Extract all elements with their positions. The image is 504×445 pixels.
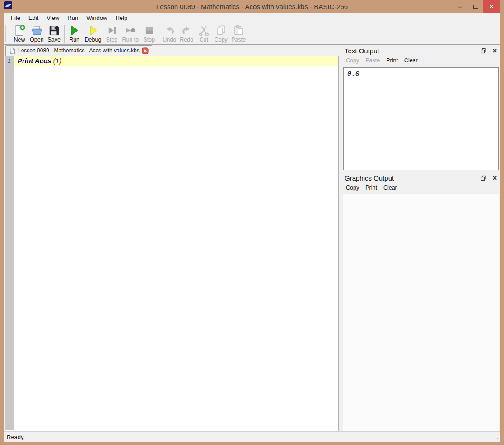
new-file-icon [14,24,26,37]
step-icon [106,24,118,37]
menu-edit[interactable]: Edit [24,14,42,22]
save-floppy-icon [48,24,60,37]
dock-splitter[interactable] [339,45,342,431]
toolbar-button-label: New [14,37,25,43]
editor-column: Lesson 0089 - Mathematics - Acos with va… [4,45,339,431]
menu-bar: FileEditViewRunWindowHelp [4,13,500,23]
text-output-content: 0.0 [347,70,359,78]
toolbar-button-label: Copy [215,37,228,43]
line-number-gutter [5,56,14,430]
maximize-button[interactable] [468,0,483,13]
toolbar-button-label: Run to [122,37,139,43]
status-text: Ready. [7,434,25,440]
toolbar-button-label: Cut [200,37,208,43]
status-bar: Ready. [4,431,500,442]
open-folder-icon [31,24,43,37]
toolbar-button-undo[interactable]: Undo [161,23,178,44]
text-output-panel: Text Output ✕ CopyPastePrintClear 0.0 [342,45,500,172]
text-output-clear-button[interactable]: Clear [404,57,418,64]
tab-close-button[interactable] [142,47,149,54]
toolbar-button-copy[interactable]: Copy [212,23,229,44]
paste-icon [233,24,245,37]
toolbar-button-redo[interactable]: Redo [178,23,195,44]
float-panel-icon[interactable] [481,175,486,181]
graphics-output-header: Graphics Output ✕ [342,172,500,183]
toolbar-button-debug[interactable]: Debug [83,23,103,44]
tab-bar: Lesson 0089 - Mathematics - Acos with va… [5,45,339,56]
text-output-title: Text Output [345,47,481,55]
document-icon [9,47,16,54]
editor-tab[interactable]: Lesson 0089 - Mathematics - Acos with va… [5,45,152,56]
toolbar-button-open[interactable]: Open [28,23,46,44]
cut-icon [198,24,210,37]
text-output-area[interactable]: 0.0 [343,67,499,170]
text-output-close-icon[interactable]: ✕ [492,48,497,54]
toolbar-button-label: Open [30,37,44,43]
graphics-output-buttons: CopyPrintClear [342,183,500,193]
code-token-paren: ) [59,57,61,65]
toolbar-separator [64,25,65,43]
toolbar-button-label: Save [47,37,61,43]
toolbar-button-step[interactable]: Step [103,23,120,44]
menu-help[interactable]: Help [111,14,131,22]
redo-icon [181,24,193,37]
toolbar-button-paste[interactable]: Paste [229,23,247,44]
toolbar-drag-handle[interactable] [5,25,9,42]
code-text: Print Acos (1) [14,56,338,66]
float-panel-icon[interactable] [481,48,486,54]
dock-column: Text Output ✕ CopyPastePrintClear 0.0 [342,45,500,431]
toolbar-button-cut[interactable]: Cut [195,23,212,44]
toolbar: NewOpenSaveRunDebugStepRun toStopUndoRed… [4,23,500,45]
toolbar-button-label: Paste [231,37,246,43]
graphics-output-clear-button[interactable]: Clear [383,185,397,191]
code-token-number: 1 [56,57,59,65]
toolbar-button-label: Stop [143,37,155,43]
text-output-print-button[interactable]: Print [386,57,398,64]
close-button[interactable]: ✕ [483,0,500,13]
graphics-output-panel: Graphics Output ✕ CopyPrintClear [342,172,500,431]
toolbar-button-run[interactable]: Run [66,23,83,44]
run-play-icon [68,24,80,37]
code-editor[interactable]: 1Print Acos (1) [5,56,339,431]
menu-run[interactable]: Run [63,14,82,22]
toolbar-button-label: Debug [85,37,102,43]
copy-icon [215,24,227,37]
toolbar-separator [159,25,159,43]
text-output-header: Text Output ✕ [342,45,500,56]
text-output-paste-button[interactable]: Paste [365,57,380,64]
maximize-icon [473,5,478,9]
window-title: Lesson 0089 - Mathematics - Acos with va… [0,3,504,10]
debug-play-icon [87,24,99,37]
text-output-copy-button[interactable]: Copy [346,57,359,64]
toolbar-button-label: Step [106,37,118,43]
client-area: FileEditViewRunWindowHelp NewOpenSaveRun… [4,13,500,442]
code-token-keyword: Print Acos [18,57,53,65]
graphics-output-area[interactable] [343,194,499,431]
toolbar-button-label: Run [69,37,79,43]
line-number: 1 [5,56,14,66]
graphics-output-title: Graphics Output [345,174,481,182]
resize-grip[interactable] [493,436,499,441]
graphics-output-copy-button[interactable]: Copy [346,185,359,191]
menu-file[interactable]: File [7,14,24,22]
text-output-buttons: CopyPastePrintClear [342,56,500,65]
menu-window[interactable]: Window [82,14,111,22]
main-area: Lesson 0089 - Mathematics - Acos with va… [4,45,500,431]
title-bar[interactable]: Lesson 0089 - Mathematics - Acos with va… [0,0,504,13]
application-window: Lesson 0089 - Mathematics - Acos with va… [0,0,504,445]
toolbar-button-label: Redo [180,37,193,43]
minimize-button[interactable]: – [453,0,468,13]
toolbar-button-label: Undo [163,37,176,43]
graphics-output-close-icon[interactable]: ✕ [492,175,497,181]
graphics-output-print-button[interactable]: Print [365,185,377,191]
toolbar-button-save[interactable]: Save [46,23,63,44]
code-line[interactable]: 1Print Acos (1) [5,56,338,66]
tab-bar-separator [155,46,155,56]
toolbar-button-new[interactable]: New [11,23,28,44]
tab-label: Lesson 0089 - Mathematics - Acos with va… [18,47,140,54]
toolbar-button-run-to[interactable]: Run to [120,23,140,44]
run-to-icon [124,24,136,37]
toolbar-button-stop[interactable]: Stop [140,23,158,44]
menu-view[interactable]: View [42,14,63,22]
stop-icon [143,24,155,37]
